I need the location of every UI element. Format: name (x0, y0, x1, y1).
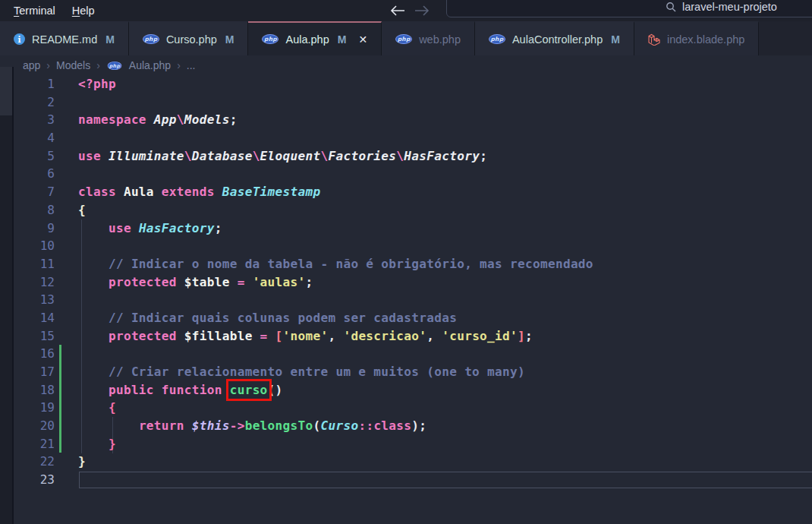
tab-label: Curso.php (166, 33, 217, 46)
line-number: 17 (21, 363, 55, 381)
code-line-4[interactable]: 4 (0, 129, 812, 147)
line-code: namespace App\Models; (78, 111, 238, 129)
line-number: 11 (21, 255, 55, 273)
code-line-12[interactable]: 12 protected $table = 'aulas'; (0, 273, 812, 292)
code-lines: 1<?php23namespace App\Models;45use Illum… (0, 75, 812, 489)
laravel-icon (648, 33, 660, 46)
chevron-right-icon: › (177, 59, 181, 71)
line-number: 21 (21, 435, 55, 453)
tab-AulaController.php[interactable]: phpAulaController.phpM (475, 21, 634, 55)
code-line-14[interactable]: 14 // Indicar quais colunas podem ser ca… (0, 309, 812, 327)
code-line-17[interactable]: 17 // Criar relacionamento entre um e mu… (0, 363, 812, 381)
code-line-13[interactable]: 13 (0, 291, 812, 309)
code-line-23[interactable]: 23 (0, 471, 812, 489)
code-line-6[interactable]: 6 (0, 165, 812, 183)
breadcrumb-item--[interactable]: ... (187, 59, 196, 71)
line-number: 13 (21, 291, 55, 309)
chevron-right-icon: › (96, 59, 100, 71)
line-number: 4 (21, 129, 55, 147)
line-number: 15 (21, 327, 55, 346)
code-line-16[interactable]: 16 (0, 345, 812, 363)
line-number: 23 (21, 471, 55, 489)
modified-badge: M (105, 33, 115, 46)
code-line-1[interactable]: 1<?php (0, 75, 812, 93)
tab-label: AulaController.php (512, 33, 603, 46)
chevron-right-icon: › (46, 59, 50, 71)
tab-label: index.blade.php (667, 33, 744, 46)
line-code: public function curso() (78, 381, 283, 399)
line-number: 19 (21, 399, 55, 417)
line-code: { (78, 201, 86, 219)
line-number: 12 (21, 273, 55, 292)
line-code: use Illuminate\Database\Eloquent\Factori… (78, 147, 487, 166)
line-number: 9 (21, 219, 55, 238)
code-line-22[interactable]: 22} (0, 453, 812, 471)
tab-label: web.php (419, 33, 461, 46)
breadcrumb-item-aula-php[interactable]: Aula.php (129, 59, 171, 71)
title-bar: TerminalHelp laravel-meu-projeto (0, 0, 812, 21)
line-code: // Indicar o nome da tabela - não é obri… (78, 255, 593, 273)
php-file-icon: php (489, 34, 505, 44)
line-code: // Criar relacionamento entre um e muito… (78, 363, 525, 381)
sidebar-strip[interactable] (0, 67, 14, 524)
code-line-20[interactable]: 20 return $this->belongsTo(Curso::class)… (0, 417, 812, 435)
line-number: 8 (21, 201, 55, 219)
code-line-2[interactable]: 2 (0, 93, 812, 112)
code-line-9[interactable]: 9 use HasFactory; (0, 219, 812, 238)
modified-badge: M (225, 33, 234, 46)
info-icon: i (14, 33, 25, 45)
line-code: protected $fillable = ['nome', 'descrica… (78, 327, 533, 346)
tab-web.php[interactable]: phpweb.php (382, 21, 475, 55)
php-file-icon: php (107, 61, 121, 69)
modified-badge: M (338, 33, 347, 46)
code-line-7[interactable]: 7class Aula extends BaseTimestamp (0, 183, 812, 201)
tab-README.md[interactable]: iREADME.mdM (0, 21, 129, 55)
tab-Aula.php[interactable]: phpAula.phpM✕ (248, 21, 382, 55)
line-number: 16 (21, 345, 55, 363)
code-line-8[interactable]: 8{ (0, 201, 812, 219)
line-number: 7 (21, 183, 55, 201)
code-line-5[interactable]: 5use Illuminate\Database\Eloquent\Factor… (0, 147, 812, 166)
code-line-10[interactable]: 10 (0, 237, 812, 255)
forward-arrow-icon[interactable] (414, 5, 430, 16)
code-line-19[interactable]: 19 { (0, 399, 812, 417)
tab-Curso.php[interactable]: phpCurso.phpM (129, 21, 249, 55)
breadcrumb: app›Models›phpAula.php›... (0, 55, 812, 75)
search-icon (666, 2, 676, 12)
code-line-3[interactable]: 3namespace App\Models; (0, 111, 812, 129)
tab-label: README.md (32, 33, 97, 46)
menu-terminal[interactable]: Terminal (14, 5, 55, 17)
line-code: use HasFactory; (78, 219, 222, 238)
command-center-search[interactable]: laravel-meu-projeto (446, 0, 812, 17)
current-line-border (79, 472, 812, 488)
breadcrumb-item-models[interactable]: Models (56, 59, 90, 71)
line-code: } (78, 453, 86, 471)
code-line-11[interactable]: 11 // Indicar o nome da tabela - não é o… (0, 255, 812, 273)
breadcrumb-item-app[interactable]: app (23, 59, 40, 71)
tab-index.blade.php[interactable]: index.blade.php (634, 21, 759, 55)
back-arrow-icon[interactable] (390, 5, 405, 16)
search-text: laravel-meu-projeto (682, 1, 777, 13)
line-number: 6 (21, 165, 55, 183)
code-line-15[interactable]: 15 protected $fillable = ['nome', 'descr… (0, 327, 812, 346)
code-line-18[interactable]: 18 public function curso() (0, 381, 812, 399)
php-file-icon: php (143, 34, 159, 44)
line-number: 1 (21, 75, 55, 93)
menu-help[interactable]: Help (72, 5, 95, 17)
close-icon[interactable]: ✕ (358, 33, 367, 46)
line-code: protected $table = 'aulas'; (78, 273, 313, 292)
php-file-icon: php (395, 34, 412, 44)
line-number: 14 (21, 309, 55, 327)
sidebar-strip-thumb (0, 67, 12, 115)
line-code: return $this->belongsTo(Curso::class); (78, 417, 426, 435)
line-number: 2 (21, 93, 55, 112)
code-line-21[interactable]: 21 } (0, 435, 812, 453)
annotation-red-box: curso (230, 383, 268, 397)
line-number: 10 (21, 237, 55, 255)
line-code: class Aula extends BaseTimestamp (78, 183, 320, 201)
php-file-icon: php (262, 34, 279, 44)
line-code: // Indicar quais colunas podem ser cadas… (78, 309, 457, 327)
line-code: { (78, 399, 116, 417)
line-number: 18 (21, 381, 55, 399)
code-editor[interactable]: 1<?php23namespace App\Models;45use Illum… (0, 75, 812, 524)
